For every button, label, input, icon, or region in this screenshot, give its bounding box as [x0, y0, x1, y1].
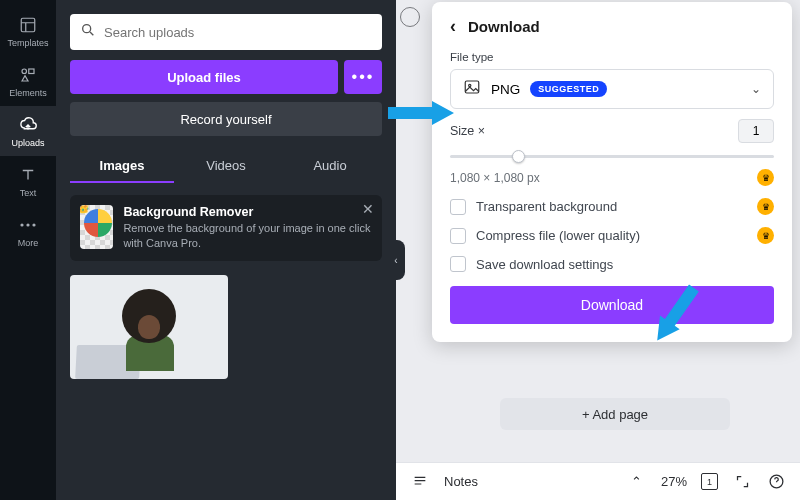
notes-icon[interactable] [410, 472, 430, 492]
transparent-checkbox[interactable] [450, 199, 466, 215]
svg-point-1 [22, 69, 27, 74]
nav-rail: Templates Elements Uploads Text More [0, 0, 56, 500]
share-icon[interactable] [400, 7, 420, 27]
uploads-panel: Upload files ••• Record yourself Images … [56, 0, 396, 500]
rail-text[interactable]: Text [0, 156, 56, 206]
search-input-wrap[interactable] [70, 14, 382, 50]
crown-icon: 👑 [80, 205, 90, 214]
tab-audio[interactable]: Audio [278, 150, 382, 183]
image-icon [463, 78, 481, 100]
promo-desc: Remove the background of your image in o… [123, 221, 372, 251]
tab-images[interactable]: Images [70, 150, 174, 183]
beachball-icon: 👑 [80, 205, 113, 249]
upload-thumbnail[interactable] [70, 275, 228, 379]
rail-elements[interactable]: Elements [0, 56, 56, 106]
zoom-level[interactable]: 27% [661, 474, 687, 489]
notes-label[interactable]: Notes [444, 474, 478, 489]
templates-icon [18, 15, 38, 35]
tab-videos[interactable]: Videos [174, 150, 278, 183]
bg-remover-promo[interactable]: 👑 Background Remover Remove the backgrou… [70, 195, 382, 261]
rail-label: Text [20, 188, 37, 198]
chevron-up-icon[interactable]: ⌃ [627, 472, 647, 492]
transparent-label: Transparent background [476, 199, 617, 214]
suggested-badge: SUGGESTED [530, 81, 607, 97]
rail-label: Templates [7, 38, 48, 48]
back-icon[interactable]: ‹ [450, 16, 456, 37]
crown-icon: ♛ [757, 169, 774, 186]
upload-files-button[interactable]: Upload files [70, 60, 338, 94]
save-settings-label: Save download settings [476, 257, 613, 272]
compress-checkbox[interactable] [450, 228, 466, 244]
rail-uploads[interactable]: Uploads [0, 106, 56, 156]
svg-rect-2 [29, 69, 34, 74]
popover-title: Download [468, 18, 540, 35]
filetype-label: File type [450, 51, 774, 63]
fullscreen-icon[interactable] [732, 472, 752, 492]
compress-label: Compress file (lower quality) [476, 228, 640, 243]
add-page-button[interactable]: + Add page [500, 398, 730, 430]
text-icon [18, 165, 38, 185]
help-icon[interactable] [766, 472, 786, 492]
search-icon [80, 22, 96, 42]
dimensions-text: 1,080 × 1,080 px [450, 171, 540, 185]
elements-icon [18, 65, 38, 85]
rail-label: More [18, 238, 39, 248]
uploads-icon [18, 115, 38, 135]
upload-more-button[interactable]: ••• [344, 60, 382, 94]
svg-rect-0 [21, 18, 35, 32]
svg-point-4 [26, 223, 29, 226]
record-yourself-button[interactable]: Record yourself [70, 102, 382, 136]
promo-title: Background Remover [123, 205, 372, 219]
chevron-down-icon: ⌄ [751, 82, 761, 96]
size-label: Size × [450, 124, 485, 138]
footer-bar: Notes ⌃ 27% 1 [396, 462, 800, 500]
svg-point-6 [83, 25, 91, 33]
crown-icon: ♛ [757, 198, 774, 215]
rail-label: Elements [9, 88, 47, 98]
filetype-select[interactable]: PNG SUGGESTED ⌄ [450, 69, 774, 109]
filetype-value: PNG [491, 82, 520, 97]
size-multiplier-input[interactable] [738, 119, 774, 143]
pages-icon[interactable]: 1 [701, 473, 718, 490]
download-button[interactable]: Download [450, 286, 774, 324]
upload-tabs: Images Videos Audio [70, 150, 382, 183]
rail-label: Uploads [11, 138, 44, 148]
rail-more[interactable]: More [0, 206, 56, 256]
save-settings-checkbox[interactable] [450, 256, 466, 272]
more-icon [18, 215, 38, 235]
search-input[interactable] [104, 25, 372, 40]
rail-templates[interactable]: Templates [0, 6, 56, 56]
chevron-left-icon: ‹ [394, 255, 397, 266]
svg-rect-7 [465, 81, 479, 93]
svg-point-3 [20, 223, 23, 226]
svg-point-5 [32, 223, 35, 226]
size-slider[interactable] [450, 149, 774, 163]
download-popover: ‹ Download File type PNG SUGGESTED ⌄ Siz… [432, 2, 792, 342]
close-icon[interactable]: ✕ [362, 201, 374, 217]
collapse-panel-button[interactable]: ‹ [387, 240, 405, 280]
crown-icon: ♛ [757, 227, 774, 244]
